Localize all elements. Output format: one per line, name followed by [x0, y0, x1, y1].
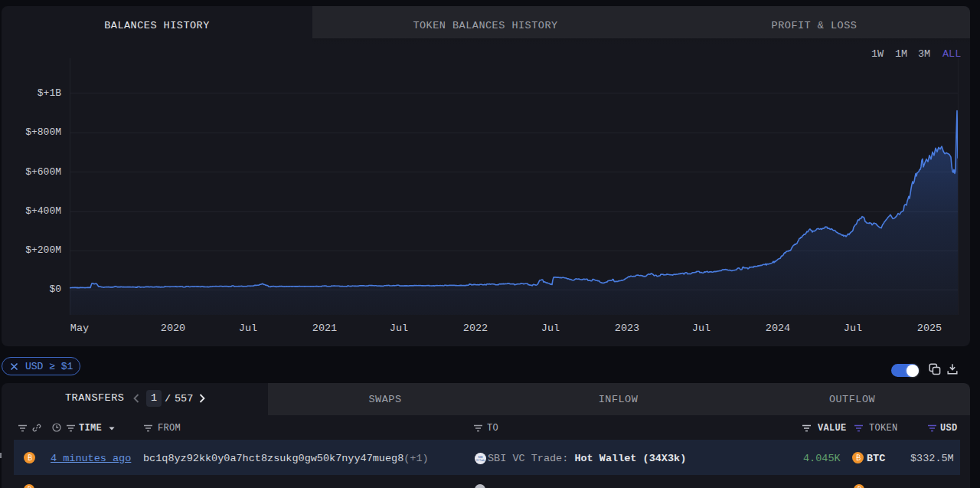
svg-text:VC Trade: VC Trade	[476, 459, 485, 462]
svg-text:SBI: SBI	[478, 455, 482, 459]
